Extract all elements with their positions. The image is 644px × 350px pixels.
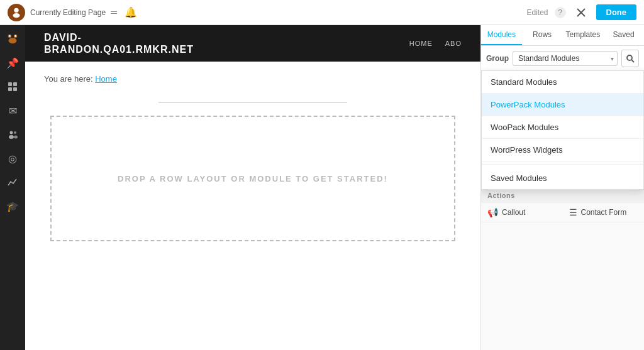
tab-modules[interactable]: Modules [481,25,522,45]
tab-saved[interactable]: Saved [603,25,644,45]
nav-home[interactable]: HOME [409,40,433,47]
topbar-left: Currently Editing Page 🔔 [8,4,137,21]
tab-templates[interactable]: Templates [563,25,604,45]
svg-rect-12 [13,87,17,91]
sidebar-icon-target[interactable]: ◎ [1,147,24,170]
divider-line [158,102,347,103]
dropdown-standard[interactable]: Standard Modules [482,71,643,94]
svg-point-14 [9,135,14,139]
module-contact-form-label: Contact Form [581,208,627,217]
group-row: Group Standard Modules PowerPack Modules… [481,46,644,72]
svg-rect-9 [8,82,12,86]
page-nav: HOME ABO [409,40,462,47]
page-content: DAVID-BRANDON.QA01.RMKR.NET HOME ABO You… [25,25,480,350]
done-button[interactable]: Done [596,4,637,20]
tab-rows[interactable]: Rows [522,25,563,45]
svg-line-18 [632,60,635,63]
svg-point-7 [9,35,11,37]
help-button[interactable]: ? [555,7,566,18]
svg-point-13 [10,131,13,134]
svg-point-6 [9,38,17,43]
group-dropdown: Standard Modules PowerPack Modules WooPa… [481,70,644,190]
sidebar-icon-graduation[interactable]: 🎓 [1,195,24,217]
contact-form-icon: ☰ [569,207,577,217]
sidebar-icon-logo [1,28,24,50]
page-header: DAVID-BRANDON.QA01.RMKR.NET HOME ABO [25,25,480,62]
sidebar-icon-pin[interactable]: 📌 [1,52,24,74]
callout-icon: 📢 [487,207,498,217]
svg-rect-11 [8,87,12,91]
sidebar: 📌 ✉ ◎ 🎓 [0,25,25,350]
panel-tabs: Modules Rows Templates Saved [481,25,644,46]
svg-point-1 [13,13,20,17]
breadcrumb-link[interactable]: Home [95,74,117,84]
page-body: You are here: Home DROP A ROW LAYOUT OR … [25,62,480,350]
topbar: Currently Editing Page 🔔 Edited ? Done [0,0,644,25]
drop-text: DROP A ROW LAYOUT OR MODULE TO GET START… [118,174,388,183]
dropdown-saved[interactable]: Saved Modules [482,167,643,189]
close-button[interactable] [572,4,590,21]
group-select-wrapper: Standard Modules PowerPack Modules WooPa… [513,51,618,66]
search-button[interactable] [621,50,639,67]
sidebar-icon-users[interactable] [1,123,24,146]
sidebar-icon-grid[interactable] [1,75,24,98]
module-grid-actions: 📢 Callout ☰ Contact Form [481,203,644,222]
svg-point-17 [627,55,632,60]
main-layout: 📌 ✉ ◎ 🎓 DAVID-BRANDON.QA01.RMKR.NET [0,25,644,350]
breadcrumb-label: You are here: [44,74,93,84]
topbar-arrows-button[interactable] [111,11,117,14]
svg-point-15 [14,131,16,134]
module-contact-form[interactable]: ☰ Contact Form [563,203,645,222]
edited-label: Edited [526,8,548,17]
nav-about[interactable]: ABO [445,40,462,47]
sidebar-icon-chart[interactable] [1,171,24,194]
group-select[interactable]: Standard Modules PowerPack Modules WooPa… [513,51,618,66]
svg-point-8 [14,35,16,37]
group-label: Group [486,54,509,63]
module-callout-label: Callout [502,208,525,217]
bell-icon[interactable]: 🔔 [125,6,137,18]
svg-point-0 [14,8,18,12]
dropdown-divider [482,164,643,165]
svg-point-16 [14,136,18,139]
right-panel: Modules Rows Templates Saved Group Stand… [480,25,644,350]
topbar-title: Currently Editing Page [30,8,106,17]
module-callout[interactable]: 📢 Callout [481,203,563,222]
drop-zone[interactable]: DROP A ROW LAYOUT OR MODULE TO GET START… [50,116,455,241]
dropdown-powerpack[interactable]: PowerPack Modules [482,94,643,116]
dropdown-wordpress-widgets[interactable]: WordPress Widgets [482,139,643,161]
site-title: DAVID-BRANDON.QA01.RMKR.NET [44,31,194,55]
svg-rect-10 [13,82,17,86]
dropdown-woopack[interactable]: WooPack Modules [482,116,643,139]
topbar-right: Edited ? Done [526,4,636,21]
breadcrumb: You are here: Home [44,74,462,84]
sidebar-icon-mail[interactable]: ✉ [1,99,24,122]
avatar [8,4,25,21]
